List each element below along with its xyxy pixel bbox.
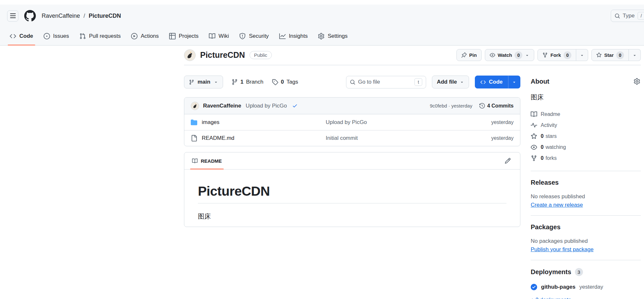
deployments-count-badge: 3 bbox=[575, 268, 583, 276]
code-button[interactable]: Code bbox=[475, 76, 508, 88]
issue-opened-icon bbox=[44, 33, 50, 39]
code-dropdown-button[interactable] bbox=[508, 76, 520, 88]
sidebar-item-watching[interactable]: 0 watching bbox=[531, 142, 641, 153]
watch-count: 0 bbox=[515, 51, 522, 59]
repo-tab-nav: Code Issues Pull requests Actions Projec… bbox=[0, 27, 644, 45]
file-name: images bbox=[202, 119, 220, 126]
tab-projects[interactable]: Projects bbox=[165, 27, 203, 45]
fork-dropdown-button[interactable] bbox=[576, 49, 588, 61]
slash-key-hint: / bbox=[638, 12, 644, 20]
tab-settings[interactable]: Settings bbox=[314, 27, 352, 45]
tags-link[interactable]: 0 Tags bbox=[272, 79, 298, 85]
breadcrumb-repo-link[interactable]: PictureCDN bbox=[89, 13, 121, 19]
tab-label: Security bbox=[249, 33, 269, 39]
app-header: RavenCaffeine / PictureCDN Type / to sea… bbox=[0, 5, 644, 46]
three-bars-icon bbox=[10, 13, 16, 19]
hamburger-menu-button[interactable] bbox=[7, 10, 18, 22]
tab-label: Wiki bbox=[219, 33, 229, 39]
sidebar-item-readme[interactable]: Readme bbox=[531, 109, 641, 120]
latest-commit-bar: RavenCaffeine Upload by PicGo 9c0febd · … bbox=[184, 98, 520, 114]
releases-heading: Releases bbox=[531, 179, 641, 186]
tab-pull-requests[interactable]: Pull requests bbox=[75, 27, 125, 45]
tab-wiki[interactable]: Wiki bbox=[205, 27, 233, 45]
sidebar-divider bbox=[531, 171, 641, 171]
add-file-button[interactable]: Add file bbox=[432, 76, 469, 88]
file-link-images[interactable]: images bbox=[191, 119, 288, 126]
star-dropdown-button[interactable] bbox=[629, 49, 641, 61]
publish-package-link[interactable]: Publish your first package bbox=[531, 246, 594, 253]
git-branch-icon bbox=[231, 79, 238, 85]
github-logo-icon[interactable] bbox=[24, 10, 36, 22]
more-deployments-link[interactable]: + 2 deployments bbox=[531, 297, 571, 299]
tab-code[interactable]: Code bbox=[5, 27, 37, 45]
tab-label: Insights bbox=[289, 33, 308, 39]
search-placeholder-prefix: Type bbox=[623, 13, 635, 19]
deployment-time: yesterday bbox=[579, 284, 603, 290]
readme-header: README bbox=[184, 152, 520, 170]
sidebar-item-stars[interactable]: 0 stars bbox=[531, 131, 641, 142]
repo-title-link[interactable]: PictureCDN bbox=[200, 50, 245, 60]
file-commit-message[interactable]: Upload by PicGo bbox=[288, 119, 472, 126]
file-commit-time: yesterday bbox=[472, 119, 514, 125]
star-button[interactable]: Star 0 bbox=[591, 49, 629, 61]
tab-security[interactable]: Security bbox=[235, 27, 273, 45]
edit-readme-button[interactable] bbox=[503, 156, 513, 166]
create-release-link[interactable]: Create a new release bbox=[531, 202, 583, 208]
pin-label: Pin bbox=[469, 52, 477, 58]
fork-label: Fork bbox=[550, 52, 561, 58]
tags-count: 0 bbox=[281, 79, 284, 85]
sidebar-item-label: Activity bbox=[541, 122, 557, 128]
commit-history-link[interactable]: 4 Commits bbox=[479, 103, 514, 109]
go-to-file-input[interactable] bbox=[358, 79, 412, 85]
pin-button[interactable]: Pin bbox=[456, 49, 482, 61]
sidebar-item-label: forks bbox=[546, 155, 557, 161]
readme-card: README PictureCDN 图床 bbox=[184, 152, 520, 227]
shield-icon bbox=[239, 33, 246, 39]
fork-button[interactable]: Fork 0 bbox=[537, 49, 576, 61]
about-section: About 图床 Readme Activity 0 stars 0 watch… bbox=[531, 77, 641, 164]
code-split-button: Code bbox=[475, 76, 521, 88]
table-row: README.md Initial commit yesterday bbox=[184, 130, 520, 146]
stars-count: 0 bbox=[541, 133, 544, 139]
commit-sha-time[interactable]: 9c0febd · yesterday bbox=[430, 103, 472, 108]
triangle-down-icon bbox=[580, 53, 584, 57]
triangle-down-icon bbox=[214, 80, 218, 84]
readme-tab[interactable]: README bbox=[188, 152, 226, 169]
branches-link[interactable]: 1 Branch bbox=[231, 79, 263, 85]
releases-section: Releases No releases published Create a … bbox=[531, 179, 641, 208]
git-branch-icon bbox=[189, 79, 194, 85]
code-icon bbox=[10, 33, 16, 39]
edit-repo-details-button[interactable] bbox=[633, 77, 641, 85]
branch-selector-button[interactable]: main bbox=[184, 76, 223, 88]
eye-icon bbox=[490, 52, 495, 58]
sidebar-item-forks[interactable]: 0 forks bbox=[531, 153, 641, 164]
commit-author-avatar[interactable] bbox=[191, 102, 199, 110]
gear-icon bbox=[318, 33, 324, 39]
repo-forked-icon bbox=[542, 52, 548, 58]
watch-button[interactable]: Watch 0 bbox=[485, 49, 534, 61]
deployment-env-link[interactable]: github-pages bbox=[541, 284, 576, 290]
tab-issues[interactable]: Issues bbox=[39, 27, 73, 45]
file-commit-message[interactable]: Initial commit bbox=[288, 135, 472, 141]
breadcrumb-separator: / bbox=[84, 13, 85, 19]
repo-owner-avatar[interactable] bbox=[184, 49, 196, 61]
fork-count: 0 bbox=[564, 51, 571, 59]
star-count: 0 bbox=[616, 51, 624, 59]
tab-actions[interactable]: Actions bbox=[127, 27, 163, 45]
search-icon bbox=[350, 79, 355, 85]
triangle-down-icon bbox=[512, 80, 516, 84]
commit-message-link[interactable]: Upload by PicGo bbox=[246, 103, 287, 109]
pin-icon bbox=[461, 52, 467, 58]
repo-sidebar: About 图床 Readme Activity 0 stars 0 watch… bbox=[531, 77, 641, 299]
file-link-readme[interactable]: README.md bbox=[191, 135, 288, 141]
commit-author-link[interactable]: RavenCaffeine bbox=[203, 103, 241, 109]
commit-status-check-icon[interactable] bbox=[292, 103, 298, 108]
packages-empty-text: No packages published bbox=[531, 238, 641, 244]
breadcrumb-owner-link[interactable]: RavenCaffeine bbox=[42, 13, 80, 19]
raven-avatar-image bbox=[191, 102, 199, 110]
check-circle-icon bbox=[531, 284, 537, 290]
tab-insights[interactable]: Insights bbox=[275, 27, 312, 45]
global-search-input[interactable]: Type / to search bbox=[611, 10, 644, 22]
sidebar-item-activity[interactable]: Activity bbox=[531, 120, 641, 131]
visibility-badge: Public bbox=[250, 51, 272, 59]
